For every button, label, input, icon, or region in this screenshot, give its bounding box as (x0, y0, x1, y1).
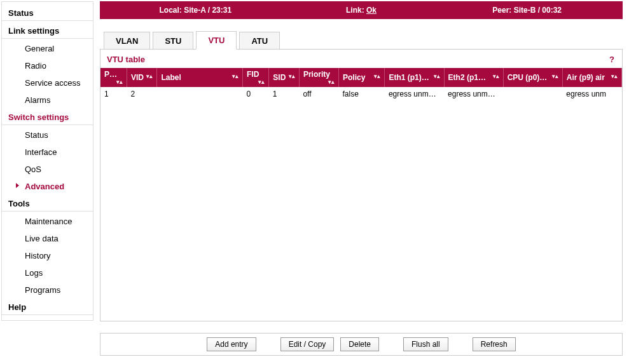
sidebar-item-alarms[interactable]: Alarms (2, 91, 93, 109)
table-cell: false (339, 87, 385, 101)
col-vid[interactable]: VID▾▴ (127, 68, 157, 87)
col-priority[interactable]: Priority▾▴ (299, 68, 338, 87)
sort-icon[interactable]: ▾▴ (146, 73, 153, 79)
vtu-table: P…▾▴VID▾▴Label▾▴FID▾▴SID▾▴Priority▾▴Poli… (100, 68, 622, 101)
top-peer-value: Site-B / 00:32 (514, 6, 562, 15)
flush-all-button[interactable]: Flush all (403, 337, 448, 351)
table-header-row: P…▾▴VID▾▴Label▾▴FID▾▴SID▾▴Priority▾▴Poli… (100, 68, 622, 87)
col-policy[interactable]: Policy▾▴ (339, 68, 385, 87)
table-cell: 2 (127, 87, 157, 101)
sidebar-group-link-settings[interactable]: Link settings (2, 22, 93, 39)
top-local-value: Site-A / 23:31 (184, 6, 232, 15)
sort-icon[interactable]: ▾▴ (328, 79, 335, 85)
table-cell: off (299, 87, 338, 101)
tab-strip: VLANSTUVTUATU (104, 30, 623, 49)
table-scroll[interactable]: P…▾▴VID▾▴Label▾▴FID▾▴SID▾▴Priority▾▴Poli… (100, 68, 622, 321)
tab-atu[interactable]: ATU (239, 32, 280, 50)
sort-icon[interactable]: ▾▴ (434, 73, 440, 79)
top-link-value[interactable]: Ok (366, 6, 377, 15)
sidebar-item-logs[interactable]: Logs (2, 264, 93, 281)
sort-icon[interactable]: ▾▴ (289, 73, 295, 79)
top-link-label: Link: (346, 6, 364, 15)
top-local: Local: Site-A / 23:31 (113, 6, 279, 15)
tab-vlan[interactable]: VLAN (104, 32, 150, 50)
table-cell: 0 (242, 87, 268, 101)
sort-icon[interactable]: ▾▴ (232, 73, 238, 79)
sidebar-item-advanced[interactable]: Advanced (2, 178, 93, 195)
sidebar-group-help[interactable]: Help (2, 299, 93, 315)
sidebar-item-programs[interactable]: Programs (2, 281, 93, 299)
top-peer: Peer: Site-B / 00:32 (444, 6, 610, 15)
table-cell (503, 87, 562, 101)
top-peer-label: Peer: (492, 6, 511, 15)
top-status-bar: Local: Site-A / 23:31 Link: Ok Peer: Sit… (100, 1, 623, 19)
col-fid[interactable]: FID▾▴ (242, 68, 268, 87)
table-cell: egress unmo… (444, 87, 503, 101)
refresh-button[interactable]: Refresh (473, 337, 516, 351)
table-cell: egress unmo… (385, 87, 444, 101)
tab-stu[interactable]: STU (153, 32, 193, 50)
sort-icon[interactable]: ▾▴ (493, 73, 499, 79)
sort-icon[interactable]: ▾▴ (116, 79, 123, 85)
col-cpu-p0-[interactable]: CPU (p0)…▾▴ (503, 68, 562, 87)
tab-vtu[interactable]: VTU (196, 31, 237, 50)
panel-title: VTU table (100, 50, 622, 68)
sidebar-item-service-access[interactable]: Service access (2, 74, 93, 91)
sidebar-group-switch-settings[interactable]: Switch settings (2, 109, 93, 125)
col-eth2-p1-[interactable]: Eth2 (p1…▾▴ (444, 68, 503, 87)
table-cell (157, 87, 243, 101)
table-cell: egress unm (562, 87, 621, 101)
table-cell: 1 (100, 87, 127, 101)
top-link: Link: Ok (279, 6, 445, 15)
col-sid[interactable]: SID▾▴ (269, 68, 300, 87)
edit-copy-button[interactable]: Edit / Copy (280, 337, 335, 351)
sort-icon[interactable]: ▾▴ (374, 73, 380, 79)
sidebar-group-status[interactable]: Status (2, 4, 93, 21)
col-label[interactable]: Label▾▴ (157, 68, 243, 87)
vtu-panel: VTU table ? P…▾▴VID▾▴Label▾▴FID▾▴SID▾▴Pr… (100, 49, 623, 321)
sidebar-item-radio[interactable]: Radio (2, 57, 93, 74)
sidebar-item-history[interactable]: History (2, 247, 93, 264)
sidebar-group-tools[interactable]: Tools (2, 195, 93, 212)
table-body: 1201offfalseegress unmo…egress unmo…egre… (100, 87, 622, 101)
col-p-[interactable]: P…▾▴ (100, 68, 127, 87)
sort-icon[interactable]: ▾▴ (552, 73, 558, 79)
help-icon[interactable]: ? (609, 55, 614, 64)
actions-bar: Add entry Edit / Copy Delete Flush all R… (100, 333, 623, 356)
sidebar: StatusLink settingsGeneralRadioService a… (1, 1, 93, 321)
sidebar-item-general[interactable]: General (2, 40, 93, 57)
col-eth1-p1-[interactable]: Eth1 (p1)…▾▴ (385, 68, 444, 87)
table-row[interactable]: 1201offfalseegress unmo…egress unmo…egre… (100, 87, 622, 101)
add-entry-button[interactable]: Add entry (207, 337, 256, 351)
sidebar-item-status[interactable]: Status (2, 126, 93, 144)
sidebar-item-qos[interactable]: QoS (2, 161, 93, 178)
main-content: Local: Site-A / 23:31 Link: Ok Peer: Sit… (93, 0, 629, 362)
sort-icon[interactable]: ▾▴ (611, 73, 618, 79)
sidebar-item-maintenance[interactable]: Maintenance (2, 213, 93, 230)
sidebar-item-live-data[interactable]: Live data (2, 230, 93, 247)
col-air-p9-air[interactable]: Air (p9) air▾▴ (562, 68, 621, 87)
delete-button[interactable]: Delete (340, 337, 379, 351)
sort-icon[interactable]: ▾▴ (258, 79, 265, 85)
table-cell: 1 (269, 87, 300, 101)
top-local-label: Local: (160, 6, 182, 15)
sidebar-item-interface[interactable]: Interface (2, 144, 93, 161)
